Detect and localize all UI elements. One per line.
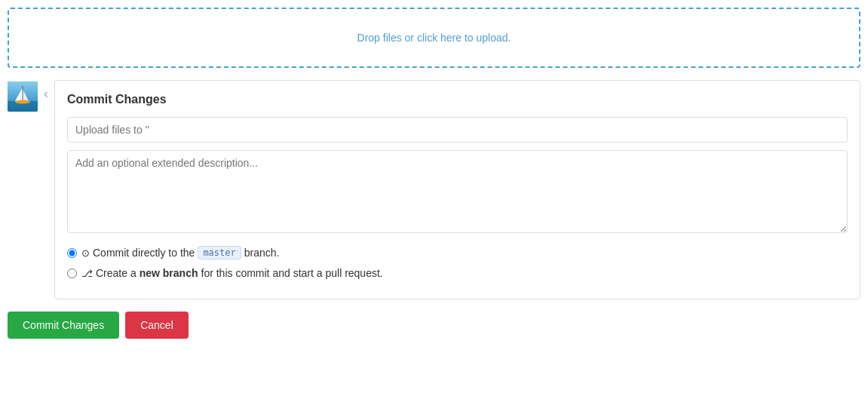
radio-direct-input[interactable] (67, 248, 77, 258)
pr-icon: ⎇ (81, 268, 93, 279)
radio-direct-prefix: Commit directly to the (93, 247, 195, 259)
branch-badge: master (198, 246, 241, 259)
drop-zone-text: Drop files or click here to upload. (357, 32, 511, 44)
upload-path-input[interactable] (67, 117, 848, 143)
button-row: Commit Changes Cancel (8, 312, 860, 339)
collapse-button[interactable]: ‹ (44, 86, 48, 102)
radio-branch-input[interactable] (67, 269, 77, 278)
commit-changes-button[interactable]: Commit Changes (8, 312, 119, 339)
radio-direct-suffix: branch. (244, 247, 280, 259)
drop-zone-link[interactable]: click here (417, 32, 462, 44)
branch-icon: ⊙ (81, 247, 90, 259)
commit-form: Commit Changes ⊙ Commit directly to the … (54, 80, 860, 299)
svg-point-6 (15, 100, 30, 104)
radio-branch-label[interactable]: ⎇ Create a new branch for this commit an… (81, 267, 383, 279)
radio-branch-prefix: Create a (96, 267, 136, 279)
radio-option-new-branch: ⎇ Create a new branch for this commit an… (67, 267, 848, 279)
radio-branch-bold: new branch (140, 267, 198, 279)
description-textarea[interactable] (67, 150, 848, 233)
drop-zone-label-after: to upload. (462, 32, 511, 44)
avatar (8, 81, 38, 112)
drop-zone-label: Drop files or (357, 32, 417, 44)
cancel-button[interactable]: Cancel (125, 312, 189, 339)
radio-direct-label[interactable]: ⊙ Commit directly to the master branch. (81, 246, 279, 259)
drop-zone[interactable]: Drop files or click here to upload. (8, 8, 860, 68)
radio-option-direct: ⊙ Commit directly to the master branch. (67, 246, 848, 259)
commit-section-title: Commit Changes (67, 93, 848, 106)
radio-branch-suffix: for this commit and start a pull request… (201, 267, 383, 279)
commit-section: ‹ Commit Changes ⊙ Commit directly to th… (8, 80, 860, 299)
